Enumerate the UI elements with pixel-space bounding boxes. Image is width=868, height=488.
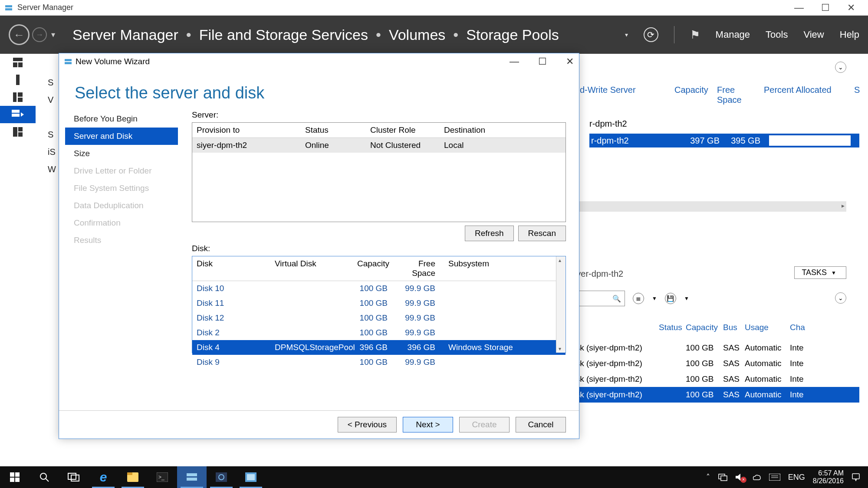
tray-keyboard-icon[interactable] <box>769 474 780 481</box>
menu-tools[interactable]: Tools <box>766 29 788 40</box>
pool-group-row[interactable]: r-dpm-th2 <box>589 119 854 129</box>
col-header[interactable]: S <box>854 85 859 105</box>
refresh-icon[interactable]: ⟳ <box>644 27 658 42</box>
task-view-button[interactable] <box>59 466 89 488</box>
taskbar-server-manager-icon[interactable] <box>177 466 207 488</box>
pool-row-server[interactable]: r-dpm-th2 <box>589 136 684 146</box>
col-header[interactable]: Disk <box>192 256 270 281</box>
rail-item-icon[interactable] <box>0 123 36 141</box>
nav-forward-button[interactable]: → <box>32 27 47 42</box>
svg-rect-30 <box>187 478 197 481</box>
taskbar-ie-icon[interactable]: e <box>89 466 118 488</box>
taskbar-app-icon[interactable] <box>236 466 266 488</box>
rescan-button[interactable]: Rescan <box>518 226 566 241</box>
physical-disk-row[interactable]: Virtual Disk (siyer-dpm-th2) 100 GB SAS … <box>542 371 859 387</box>
tasks-dropdown-icon[interactable]: ⌄ <box>835 62 846 73</box>
wizard-step-server-disk[interactable]: Server and Disk <box>65 128 178 145</box>
expand-icon[interactable]: ⌄ <box>835 292 846 304</box>
search-button[interactable] <box>30 466 59 488</box>
col-header[interactable]: Virtual Disk <box>270 256 353 281</box>
tray-volume-muted-icon[interactable]: × <box>735 473 744 481</box>
col-header[interactable]: Status <box>659 323 686 332</box>
breadcrumb-item[interactable]: Volumes <box>389 26 445 43</box>
tray-up-icon[interactable]: ˄ <box>706 472 710 482</box>
disk-row[interactable]: Disk 12 100 GB 99.9 GB <box>192 311 566 325</box>
physical-disk-row[interactable]: Virtual Disk (siyer-dpm-th2) 100 GB SAS … <box>542 340 859 356</box>
dropdown-icon[interactable]: ▾ <box>625 31 628 38</box>
breadcrumb-item[interactable]: Storage Pools <box>466 26 559 43</box>
breadcrumb-item[interactable]: File and Storage Services <box>199 26 368 43</box>
window-minimize-button[interactable]: — <box>794 2 804 13</box>
svg-rect-16 <box>65 62 72 64</box>
rail-dashboard-icon[interactable] <box>0 54 36 71</box>
disk-row[interactable]: Disk 10 100 GB 99.9 GB <box>192 281 566 296</box>
col-header[interactable]: Percent Allocated <box>764 85 846 105</box>
tray-notifications-icon[interactable] <box>852 473 860 481</box>
col-header[interactable]: Capacity <box>353 256 392 281</box>
next-button[interactable]: Next > <box>403 417 453 432</box>
wizard-step-dedup: Data Deduplication <box>65 197 178 214</box>
window-maximize-button[interactable]: ☐ <box>821 2 830 13</box>
server-row[interactable]: siyer-dpm-th2 Online Not Clustered Local <box>192 138 566 153</box>
wizard-step-size[interactable]: Size <box>65 145 178 162</box>
nav-history-dropdown[interactable]: ▾ <box>51 30 55 39</box>
col-header[interactable]: Subsystem <box>440 256 566 281</box>
menu-manage[interactable]: Manage <box>716 29 750 40</box>
server-label: Server: <box>192 110 566 120</box>
flag-icon[interactable]: ⚑ <box>690 28 700 42</box>
col-header[interactable]: Usage <box>745 323 790 332</box>
col-header[interactable]: Provision to <box>192 123 301 138</box>
disk-row[interactable]: Disk 11 100 GB 99.9 GB <box>192 296 566 311</box>
refresh-button[interactable]: Refresh <box>465 226 514 241</box>
save-view-button[interactable]: 💾 <box>665 293 676 304</box>
svg-rect-4 <box>18 62 23 67</box>
rail-file-storage-icon[interactable] <box>0 106 36 123</box>
wizard-step-begin[interactable]: Before You Begin <box>65 110 178 128</box>
tasks-dropdown[interactable]: TASKS▼ <box>794 266 846 279</box>
tray-language[interactable]: ENG <box>788 473 805 482</box>
rail-local-server-icon[interactable] <box>0 71 36 88</box>
svg-marker-37 <box>736 474 740 481</box>
disk-row[interactable]: Disk 9 100 GB 99.9 GB <box>192 355 566 370</box>
svg-point-21 <box>40 473 46 479</box>
col-header[interactable]: Free Space <box>717 85 756 105</box>
col-header[interactable]: Cluster Role <box>366 123 440 138</box>
col-header[interactable]: Cha <box>790 323 807 332</box>
chevron-right-icon: • <box>453 26 458 43</box>
tray-onedrive-icon[interactable] <box>752 474 761 481</box>
wizard-close-button[interactable]: ✕ <box>566 56 574 67</box>
col-header[interactable]: Free Space <box>392 256 440 281</box>
wizard-minimize-button[interactable]: — <box>510 56 519 67</box>
col-header[interactable]: Capacity <box>674 85 709 105</box>
wizard-titlebar[interactable]: New Volume Wizard — ☐ ✕ <box>59 53 579 70</box>
col-header[interactable]: Bus <box>723 323 745 332</box>
rail-all-servers-icon[interactable] <box>0 88 36 106</box>
previous-button[interactable]: < Previous <box>338 417 397 432</box>
nav-back-button[interactable]: ← <box>9 24 30 45</box>
wizard-maximize-button[interactable]: ☐ <box>538 56 547 67</box>
start-button[interactable] <box>0 466 30 488</box>
col-header[interactable]: d-Write Server <box>580 85 667 105</box>
cancel-button[interactable]: Cancel <box>516 417 566 432</box>
vertical-scrollbar[interactable] <box>556 256 566 353</box>
disk-grid[interactable]: Disk Virtual Disk Capacity Free Space Su… <box>192 256 566 353</box>
taskbar-app-icon[interactable] <box>207 466 236 488</box>
view-options-button[interactable]: ≣ <box>633 293 644 304</box>
window-close-button[interactable]: ✕ <box>847 2 855 13</box>
tray-network-icon[interactable] <box>718 473 727 481</box>
disk-row[interactable]: Disk 4 DPMSQLStoragePool 396 GB 396 GB W… <box>192 340 566 355</box>
taskbar-explorer-icon[interactable] <box>118 466 148 488</box>
menu-help[interactable]: Help <box>840 29 859 40</box>
col-header[interactable]: Capacity <box>686 323 723 332</box>
disk-row[interactable]: Disk 2 100 GB 99.9 GB <box>192 325 566 340</box>
tray-clock[interactable]: 6:57 AM 8/26/2016 <box>813 469 844 485</box>
menu-view[interactable]: View <box>803 29 824 40</box>
physical-disk-row[interactable]: Virtual Disk (siyer-dpm-th2) 100 GB SAS … <box>542 387 859 403</box>
server-grid[interactable]: Provision to Status Cluster Role Destina… <box>192 122 566 222</box>
breadcrumb-item[interactable]: Server Manager <box>72 26 178 43</box>
col-header[interactable]: Status <box>301 123 366 138</box>
col-header[interactable]: Destination <box>440 123 566 138</box>
taskbar-cmd-icon[interactable]: >_ <box>148 466 177 488</box>
wizard-heading: Select the server and disk <box>59 70 579 110</box>
physical-disk-row[interactable]: Virtual Disk (siyer-dpm-th2) 100 GB SAS … <box>542 356 859 371</box>
